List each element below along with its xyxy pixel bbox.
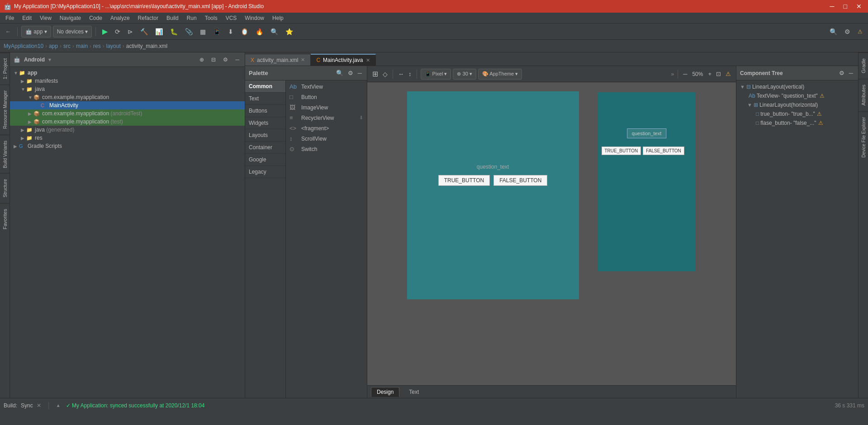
palette-item-fragment[interactable]: <> <fragment> [286, 123, 367, 133]
layers-button[interactable]: ⊞ [371, 68, 379, 80]
menu-edit[interactable]: Edit [19, 14, 35, 22]
debug-button[interactable]: 🐛 [167, 27, 180, 37]
ctree-true-button[interactable]: □ true_button- "true_b..." ⚠ [736, 109, 858, 118]
device-dropdown-design[interactable]: 📱 Pixel ▾ [421, 69, 451, 80]
tab-mainactivity-java[interactable]: C MainActivity.java ✕ [311, 54, 375, 66]
warning-button[interactable]: ⚠ [724, 69, 732, 79]
app-quality-button[interactable]: ⭐ [283, 27, 296, 37]
breadcrumb-res[interactable]: res [93, 43, 101, 49]
build-button[interactable]: 🔨 [138, 27, 151, 37]
palette-search-button[interactable]: 🔍 [335, 68, 345, 78]
project-dropdown-arrow[interactable]: ▾ [48, 57, 51, 63]
tab-resource-manager[interactable]: Resource Manager [0, 85, 9, 134]
minimize-button[interactable]: ─ [827, 3, 837, 10]
sdk-button[interactable]: ⬇ [225, 27, 236, 37]
palette-item-imageview[interactable]: 🖼 ImageView [286, 102, 367, 113]
tree-item-java-generated[interactable]: ▶ 📁 java (generated) [10, 126, 245, 134]
tab-close-activity-main[interactable]: ✕ [301, 57, 305, 63]
menu-tools[interactable]: Tools [201, 14, 221, 22]
tab-attributes[interactable]: Attributes [859, 79, 868, 111]
step-over-button[interactable]: ⊳ [125, 27, 136, 37]
menu-vcs[interactable]: VCS [222, 14, 241, 22]
palette-cat-legacy[interactable]: Legacy [245, 166, 285, 178]
tab-structure[interactable]: Structure [0, 173, 9, 203]
ctree-textview[interactable]: Ab TextView- "question_text" ⚠ [736, 91, 858, 100]
palette-cat-buttons[interactable]: Buttons [245, 105, 285, 117]
tree-item-mainactivity[interactable]: ▶ C MainActivity [10, 101, 245, 109]
tree-item-androidtest[interactable]: ▶ 📦 com.example.myapplication (androidTe… [10, 109, 245, 118]
tree-item-package[interactable]: ▼ 📦 com.example.myapplication [10, 93, 245, 101]
ctree-linearlayout-vertical[interactable]: ▼ ⊟ LinearLayout(vertical) [736, 82, 858, 91]
project-settings-button[interactable]: ⚙ [221, 56, 230, 64]
settings-button[interactable]: ⚙ [842, 27, 853, 37]
tab-project[interactable]: 1: Project [0, 52, 9, 85]
palette-collapse-button[interactable]: ─ [356, 68, 363, 78]
maximize-button[interactable]: □ [841, 3, 850, 10]
expand-button[interactable]: ▲ [56, 403, 61, 408]
zoom-in-button[interactable]: + [707, 69, 713, 79]
ctree-false-button[interactable]: □ flase_button- "false_..." ⚠ [736, 118, 858, 128]
tree-item-test[interactable]: ▶ 📦 com.example.myapplication (test) [10, 118, 245, 126]
menu-analyze[interactable]: Analyze [107, 14, 133, 22]
blueprint-button[interactable]: ◇ [381, 69, 389, 79]
search-everywhere-button[interactable]: 🔍 [827, 27, 840, 37]
back-button[interactable]: ← [3, 27, 14, 36]
horizontal-chain-button[interactable]: ↔ [397, 69, 405, 79]
layout-inspector-button[interactable]: 🔍 [268, 27, 281, 37]
palette-settings-button[interactable]: ⚙ [346, 68, 355, 78]
tab-design[interactable]: Design [371, 387, 399, 397]
menu-code[interactable]: Code [85, 14, 106, 22]
tree-item-res[interactable]: ▶ 📁 res [10, 134, 245, 142]
menu-file[interactable]: File [2, 14, 18, 22]
menu-navigate[interactable]: Navigate [56, 14, 85, 22]
sync-button[interactable]: ⟳ [112, 27, 123, 37]
palette-item-textview[interactable]: Ab TextView [286, 81, 367, 92]
menu-build[interactable]: Build [163, 14, 182, 22]
breadcrumb-app[interactable]: app [49, 43, 58, 49]
palette-item-switch[interactable]: ⊙ Switch [286, 144, 367, 154]
menu-window[interactable]: Window [241, 14, 268, 22]
avd-button[interactable]: 📱 [210, 27, 223, 37]
project-add-button[interactable]: ⊕ [198, 56, 206, 64]
tree-item-gradle[interactable]: ▶ G Gradle Scripts [10, 142, 245, 150]
sync-close[interactable]: ✕ [37, 402, 41, 409]
component-tree-collapse-button[interactable]: ─ [848, 68, 854, 78]
app-dropdown[interactable]: 🤖 app ▾ [21, 26, 51, 38]
breadcrumb-myapplication10[interactable]: MyApplication10 [4, 43, 43, 49]
run-button[interactable]: ▶ [100, 26, 110, 37]
close-button[interactable]: ✕ [854, 3, 864, 10]
menu-run[interactable]: Run [183, 14, 200, 22]
zoom-out-button[interactable]: ─ [682, 69, 688, 79]
menu-help[interactable]: Help [269, 14, 287, 22]
menu-view[interactable]: View [36, 14, 55, 22]
palette-cat-layouts[interactable]: Layouts [245, 129, 285, 142]
vertical-chain-button[interactable]: ↕ [407, 69, 413, 79]
tab-device-file-explorer[interactable]: Device File Explorer [859, 111, 868, 163]
device-dropdown[interactable]: No devices ▾ [53, 26, 92, 38]
tab-build-variants[interactable]: Build Variants [0, 135, 9, 174]
warnings-button[interactable]: ⚠ [855, 27, 865, 36]
zoom-fit-button[interactable]: ⊡ [715, 69, 722, 79]
palette-cat-google[interactable]: Google [245, 154, 285, 166]
firebase-button[interactable]: 🔥 [253, 27, 266, 37]
title-bar-controls[interactable]: ─ □ ✕ [827, 3, 864, 10]
breadcrumb-layout[interactable]: layout [106, 43, 121, 49]
tab-activity-main-xml[interactable]: X activity_main.xml ✕ [245, 54, 311, 66]
breadcrumb-main[interactable]: main [76, 43, 88, 49]
profile-button[interactable]: 📊 [152, 27, 166, 37]
palette-cat-text[interactable]: Text [245, 93, 285, 105]
palette-item-scrollview[interactable]: ↕ ScrollView [286, 133, 367, 144]
palette-item-button[interactable]: □ Button [286, 92, 367, 102]
palette-cat-widgets[interactable]: Widgets [245, 117, 285, 129]
tab-favorites[interactable]: Favorites [0, 203, 9, 235]
tree-item-manifests[interactable]: ▶ 📁 manifests [10, 77, 245, 85]
tree-item-app[interactable]: ▼ 📁 app [10, 69, 245, 77]
palette-cat-common[interactable]: Common [245, 80, 285, 93]
device-mirror-button[interactable]: 🪞 [238, 27, 251, 37]
component-tree-settings-button[interactable]: ⚙ [838, 68, 846, 78]
theme-dropdown[interactable]: 🎨 AppTheme ▾ [478, 69, 522, 80]
breadcrumb-src[interactable]: src [63, 43, 71, 49]
menu-refactor[interactable]: Refactor [134, 14, 162, 22]
attach-button[interactable]: 📎 [182, 27, 195, 37]
project-collapse-button[interactable]: ⊟ [209, 56, 218, 64]
